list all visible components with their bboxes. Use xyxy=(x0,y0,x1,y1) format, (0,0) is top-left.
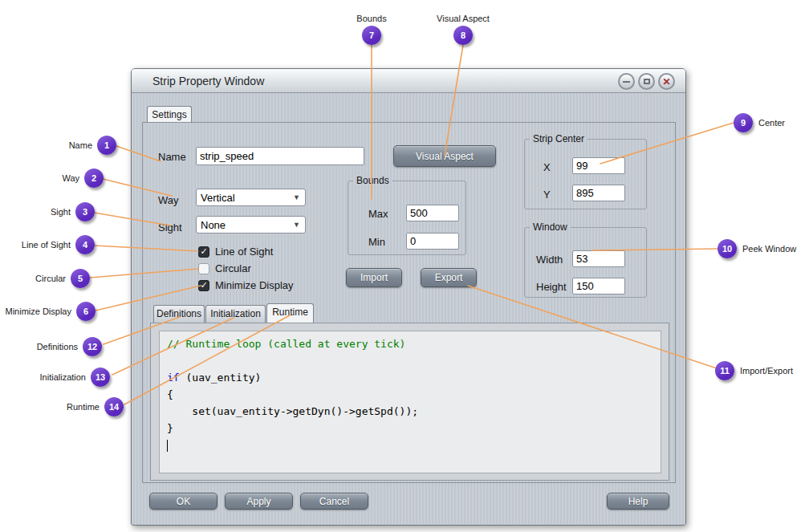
checkbox-unchecked-icon xyxy=(198,263,209,274)
minimize-display-checkbox-label: Minimize Display xyxy=(215,279,294,291)
tab-settings[interactable]: Settings xyxy=(147,106,192,123)
tab-definitions[interactable]: Definitions xyxy=(153,305,205,323)
minimize-button[interactable] xyxy=(618,73,635,90)
visual-aspect-button-label: Visual Aspect xyxy=(416,151,474,162)
name-field[interactable] xyxy=(196,147,364,165)
strip-center-group-title: Strip Center xyxy=(530,133,587,144)
strip-center-y-field[interactable] xyxy=(572,185,625,201)
callout-3-badge: 3 xyxy=(75,202,95,221)
callout-3-label: Sight xyxy=(51,207,71,217)
tab-initialization[interactable]: Initialization xyxy=(205,305,266,323)
strip-center-group: Strip Center X Y xyxy=(524,133,647,209)
circular-checkbox[interactable]: Circular xyxy=(198,262,251,274)
tab-runtime-label: Runtime xyxy=(272,307,308,318)
line-of-sight-checkbox[interactable]: ✓ Line of Sight xyxy=(198,246,273,258)
callout-12-label: Definitions xyxy=(37,342,78,351)
tab-runtime[interactable]: Runtime xyxy=(266,303,314,323)
strip-center-x-field[interactable] xyxy=(572,157,625,174)
chevron-down-icon: ▼ xyxy=(293,193,300,201)
tab-settings-label: Settings xyxy=(152,109,186,120)
callout-2-way: 2 Way xyxy=(84,169,104,188)
callout-6-label: Minimize Display xyxy=(5,307,71,316)
callout-14-runtime: 14 Runtime xyxy=(104,397,124,416)
sight-dropdown[interactable]: None ▼ xyxy=(196,216,306,234)
callout-1-name: 1 Name xyxy=(97,136,116,155)
maximize-button[interactable] xyxy=(638,73,655,90)
callout-8-label: Visual Aspect xyxy=(437,14,490,23)
callout-5-badge: 5 xyxy=(71,269,90,288)
callout-10-badge: 10 xyxy=(718,239,737,258)
code-close-brace: } xyxy=(167,422,173,434)
bounds-min-field[interactable] xyxy=(406,233,459,250)
callout-14-badge: 14 xyxy=(104,397,124,416)
bounds-group-title: Bounds xyxy=(353,175,392,186)
bounds-max-label: Max xyxy=(368,208,388,220)
window-title: Strip Property Window xyxy=(152,75,264,87)
way-label: Way xyxy=(158,194,179,206)
apply-button-label: Apply xyxy=(246,496,270,507)
callout-2-label: Way xyxy=(62,173,79,183)
bounds-max-field[interactable] xyxy=(406,205,459,221)
bounds-min-label: Min xyxy=(368,236,385,248)
code-body: set(uav_entity->getDyn()->getSpd()); xyxy=(167,405,418,417)
callout-14-label: Runtime xyxy=(67,402,100,412)
callout-12-badge: 12 xyxy=(83,337,102,356)
visual-aspect-button[interactable]: Visual Aspect xyxy=(393,145,496,167)
checkbox-checked-icon: ✓ xyxy=(198,280,209,291)
callout-10-label: Peek Window xyxy=(742,244,796,254)
ok-button[interactable]: OK xyxy=(149,493,217,510)
code-editor[interactable]: // Runtime loop (called at every tick) i… xyxy=(159,331,661,473)
callout-8-visual-aspect: 8 Visual Aspect xyxy=(453,26,473,45)
callout-9-label: Center xyxy=(758,118,785,128)
minimize-display-checkbox[interactable]: ✓ Minimize Display xyxy=(198,279,294,291)
title-bar[interactable]: Strip Property Window ✕ xyxy=(132,69,685,93)
way-dropdown-value: Vertical xyxy=(201,192,235,204)
close-icon: ✕ xyxy=(662,77,670,87)
code-panel: // Runtime loop (called at every tick) i… xyxy=(150,323,669,481)
checkbox-checked-icon: ✓ xyxy=(198,246,209,258)
window-width-field[interactable] xyxy=(572,250,625,267)
import-button-label: Import xyxy=(360,272,388,283)
callout-6-minimize-display: 6 Minimize Display xyxy=(76,302,96,321)
callout-3-sight: 3 Sight xyxy=(75,202,95,221)
strip-center-y-label: Y xyxy=(543,189,551,201)
callout-2-badge: 2 xyxy=(84,169,104,188)
name-label: Name xyxy=(158,151,186,163)
window-group: Window Width Height xyxy=(524,221,647,298)
bounds-group: Bounds Max Min xyxy=(348,175,466,255)
callout-4-label: Line of Sight xyxy=(22,240,71,250)
sight-label: Sight xyxy=(158,221,182,234)
callout-1-badge: 1 xyxy=(97,136,116,155)
ok-button-label: OK xyxy=(177,496,190,507)
cancel-button-label: Cancel xyxy=(319,496,349,507)
export-button[interactable]: Export xyxy=(421,268,477,287)
screenshot-stage: Strip Property Window ✕ Settings Name Vi… xyxy=(0,0,809,532)
callout-1-label: Name xyxy=(69,140,92,150)
callout-6-badge: 6 xyxy=(76,302,96,321)
window-height-field[interactable] xyxy=(572,278,625,294)
import-button[interactable]: Import xyxy=(346,268,402,287)
callout-4-badge: 4 xyxy=(75,235,95,254)
help-button-label: Help xyxy=(628,496,648,507)
callout-9-center: 9 Center xyxy=(734,113,753,132)
circular-checkbox-label: Circular xyxy=(215,262,251,274)
help-button[interactable]: Help xyxy=(607,493,669,510)
sight-dropdown-value: None xyxy=(201,219,226,231)
callout-9-badge: 9 xyxy=(734,113,753,132)
way-dropdown[interactable]: Vertical ▼ xyxy=(196,189,306,206)
callout-13-initialization: 13 Initialization xyxy=(91,368,110,387)
callout-12-definitions: 12 Definitions xyxy=(83,337,102,356)
code-keyword-if: if xyxy=(167,372,180,384)
cancel-button[interactable]: Cancel xyxy=(300,493,368,510)
code-open-brace: { xyxy=(167,388,173,400)
strip-property-dialog: Strip Property Window ✕ Settings Name Vi… xyxy=(131,68,686,526)
line-of-sight-checkbox-label: Line of Sight xyxy=(215,246,273,258)
window-group-title: Window xyxy=(530,221,571,233)
close-button[interactable]: ✕ xyxy=(658,73,675,90)
window-controls: ✕ xyxy=(618,73,675,90)
callout-7-bounds: 7 Bounds xyxy=(362,26,381,45)
apply-button[interactable]: Apply xyxy=(225,493,293,510)
callout-13-label: Initialization xyxy=(40,372,86,382)
export-button-label: Export xyxy=(435,272,463,283)
window-width-label: Width xyxy=(536,254,563,266)
